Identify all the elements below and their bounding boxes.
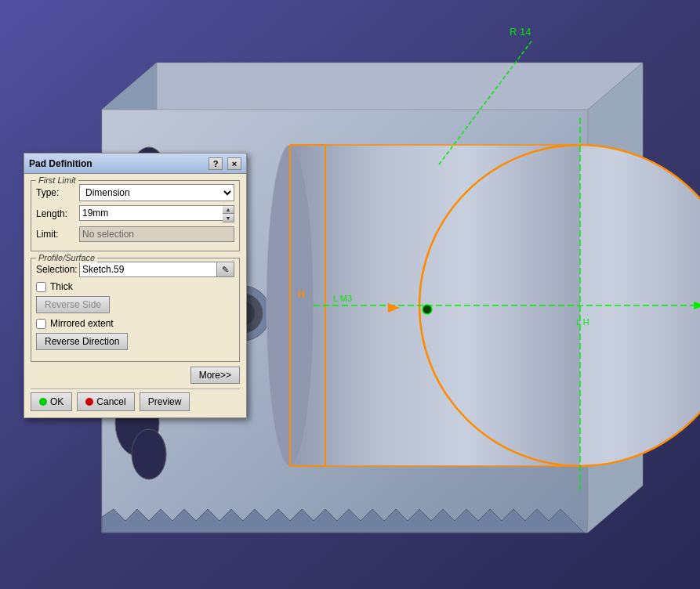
svg-text:H: H bbox=[298, 289, 305, 300]
profile-surface-label: Profile/Surface bbox=[36, 253, 97, 262]
svg-text:L M3: L M3 bbox=[333, 294, 352, 303]
dialog-titlebar: Pad Definition ? × bbox=[24, 154, 246, 174]
profile-surface-group: Profile/Surface Selection: ✎ Thick Rever… bbox=[31, 258, 240, 362]
selection-row: Selection: ✎ bbox=[36, 262, 234, 277]
svg-text:R 14: R 14 bbox=[510, 26, 531, 38]
selection-edit-button[interactable]: ✎ bbox=[217, 262, 234, 277]
type-select[interactable]: Dimension Up to Next Up to Last Up to Pl… bbox=[79, 184, 234, 201]
spinner-up-button[interactable]: ▲ bbox=[223, 206, 234, 214]
selection-label: Selection: bbox=[36, 264, 79, 275]
ok-button[interactable]: OK bbox=[31, 392, 72, 411]
dialog-title: Pad Definition bbox=[29, 158, 92, 169]
selection-input[interactable] bbox=[79, 262, 217, 277]
more-button[interactable]: More>> bbox=[190, 367, 240, 384]
svg-point-26 bbox=[423, 305, 432, 314]
dialog-body: First Limit Type: Dimension Up to Next U… bbox=[24, 174, 246, 417]
reverse-side-row: Reverse Side bbox=[36, 296, 234, 313]
dialog-controls: ? × bbox=[209, 157, 241, 170]
length-row: Length: ▲ ▼ bbox=[36, 205, 234, 222]
thick-checkbox-row: Thick bbox=[36, 281, 234, 292]
reverse-direction-row: Reverse Direction bbox=[36, 333, 234, 356]
more-button-row: More>> bbox=[31, 367, 240, 384]
svg-marker-1 bbox=[102, 63, 643, 110]
type-label: Type: bbox=[36, 187, 79, 198]
close-button[interactable]: × bbox=[227, 157, 241, 170]
help-button[interactable]: ? bbox=[209, 157, 223, 170]
preview-button[interactable]: Preview bbox=[140, 392, 190, 411]
length-spinner: ▲ ▼ bbox=[79, 205, 234, 222]
reverse-side-button[interactable]: Reverse Side bbox=[36, 296, 110, 313]
mirrored-extent-row: Mirrored extent bbox=[36, 318, 234, 329]
spinner-buttons: ▲ ▼ bbox=[223, 205, 234, 222]
first-limit-label: First Limit bbox=[36, 175, 78, 185]
thick-checkbox[interactable] bbox=[36, 282, 46, 292]
thick-label[interactable]: Thick bbox=[50, 281, 73, 292]
svg-text:L H: L H bbox=[576, 317, 589, 327]
mirrored-extent-label[interactable]: Mirrored extent bbox=[50, 318, 114, 329]
svg-point-12 bbox=[132, 429, 166, 479]
spinner-down-button[interactable]: ▼ bbox=[223, 214, 234, 222]
cancel-button[interactable]: Cancel bbox=[77, 392, 134, 411]
bottom-buttons: OK Cancel Preview bbox=[31, 388, 240, 411]
reverse-direction-button[interactable]: Reverse Direction bbox=[36, 333, 128, 350]
limit-label: Limit: bbox=[36, 229, 79, 240]
mirrored-extent-checkbox[interactable] bbox=[36, 319, 46, 329]
length-input[interactable] bbox=[79, 205, 223, 221]
cancel-indicator bbox=[85, 398, 93, 406]
first-limit-group: First Limit Type: Dimension Up to Next U… bbox=[31, 180, 240, 251]
ok-indicator bbox=[39, 398, 47, 406]
type-row: Type: Dimension Up to Next Up to Last Up… bbox=[36, 184, 234, 201]
limit-row: Limit: bbox=[36, 226, 234, 242]
limit-input[interactable] bbox=[79, 226, 234, 242]
pad-definition-dialog: Pad Definition ? × First Limit Type: Dim… bbox=[24, 153, 247, 418]
edit-icon: ✎ bbox=[222, 265, 229, 275]
length-label: Length: bbox=[36, 208, 79, 219]
